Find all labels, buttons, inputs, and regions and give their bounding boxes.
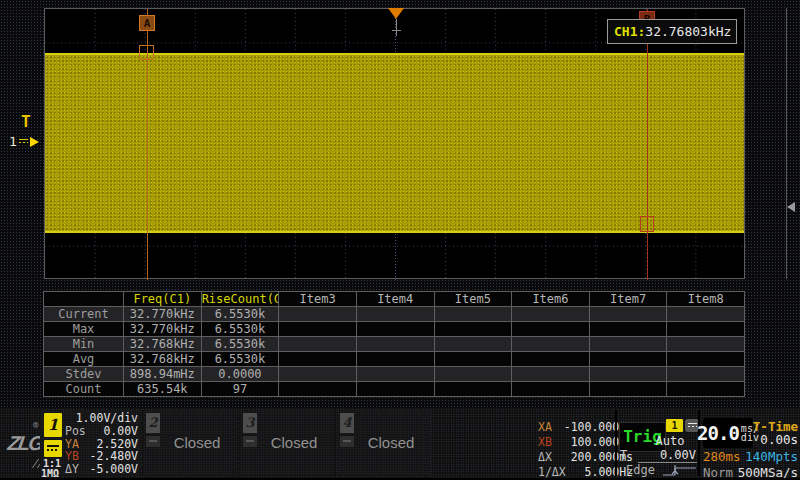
ch1-waveform-trace — [45, 53, 744, 233]
table-cell — [667, 322, 745, 337]
ch1-dy-label: ΔY — [65, 463, 79, 476]
table-cell — [279, 322, 357, 337]
right-slider-thumb-icon[interactable] — [787, 202, 795, 212]
header-item3[interactable]: Item3 — [279, 292, 357, 307]
table-row: Avg32.768kHz6.5530k — [44, 352, 745, 367]
header-risecount[interactable]: RiseCount(C1) — [201, 292, 279, 307]
table-cell — [434, 307, 512, 322]
trigger-type[interactable]: Edge — [626, 463, 655, 477]
channel-4-panel[interactable]: 4 Closed — [337, 410, 431, 476]
table-row-label: Count — [44, 382, 124, 397]
table-cell — [279, 367, 357, 382]
table-row-label: Avg — [44, 352, 124, 367]
table-cell: 6.5530k — [201, 322, 279, 337]
trigger-time-line — [396, 19, 397, 36]
table-cell — [434, 367, 512, 382]
table-cell — [667, 307, 745, 322]
trigger-level-label: T — [620, 448, 627, 462]
table-cell: 6.5530k — [201, 352, 279, 367]
table-cell — [356, 322, 434, 337]
trigger-level-value[interactable]: 0.00V — [638, 448, 696, 462]
table-cell — [667, 352, 745, 367]
table-row-label: Max — [44, 322, 124, 337]
trigger-source-badge[interactable]: 1 — [666, 419, 683, 432]
trigger-position-icon[interactable] — [388, 8, 404, 19]
ch1-badge[interactable]: 1 — [44, 413, 62, 437]
ch4-status: Closed — [337, 434, 431, 451]
edge-rising-icon — [662, 464, 697, 477]
header-item5[interactable]: Item5 — [434, 292, 512, 307]
channel-2-panel[interactable]: 2 Closed — [143, 410, 237, 476]
freq-counter-channel: CH1: — [614, 24, 645, 39]
header-item4[interactable]: Item4 — [356, 292, 434, 307]
table-cell: 32.768kHz — [124, 337, 202, 352]
table-cell: 898.94mHz — [124, 367, 202, 382]
xb-label: XB — [538, 435, 552, 450]
header-item8[interactable]: Item8 — [667, 292, 745, 307]
table-cell: 32.770kHz — [124, 307, 202, 322]
table-cell — [512, 352, 590, 367]
table-cell — [279, 337, 357, 352]
table-row-label: Min — [44, 337, 124, 352]
cursor-a-handle[interactable]: A — [139, 15, 155, 31]
brand-logo: ZLG — [6, 432, 43, 455]
table-cell — [356, 352, 434, 367]
ch2-badge: 2 — [146, 413, 160, 433]
table-cell: 635.54k — [124, 382, 202, 397]
measurement-table-body: Current32.770kHz6.5530kMax32.770kHz6.553… — [44, 307, 745, 397]
ch1-level-arrow-icon — [30, 137, 39, 147]
table-row: Min32.768kHz6.5530k — [44, 337, 745, 352]
table-cell: 0.0000 — [201, 367, 279, 382]
table-row: Max32.770kHz6.5530k — [44, 322, 745, 337]
t-time-value: 0.00s — [752, 432, 798, 447]
timebase-scale: 20.0 — [697, 422, 739, 444]
cursor-b-track-marker — [640, 216, 654, 232]
cursor-b-line[interactable] — [647, 9, 648, 280]
header-blank — [44, 292, 124, 307]
trigger-time-tick — [392, 30, 401, 31]
trigger-mode[interactable]: Auto — [645, 434, 695, 448]
table-cell — [279, 307, 357, 322]
cursor-a-track-marker — [139, 45, 154, 60]
waveform-display[interactable]: A B — [44, 8, 745, 279]
table-cell — [667, 337, 745, 352]
table-row: Current32.770kHz6.5530k — [44, 307, 745, 322]
ch1-marker-number: 1 — [9, 134, 17, 149]
table-row-label: Current — [44, 307, 124, 322]
table-cell — [512, 382, 590, 397]
header-item6[interactable]: Item6 — [512, 292, 590, 307]
header-item7[interactable]: Item7 — [589, 292, 667, 307]
table-cell — [589, 367, 667, 382]
xa-label: XA — [538, 420, 552, 435]
header-freq[interactable]: Freq(C1) — [124, 292, 202, 307]
table-cell — [279, 382, 357, 397]
table-cell — [434, 337, 512, 352]
table-cell — [434, 382, 512, 397]
table-cell — [589, 382, 667, 397]
right-slider-track[interactable] — [786, 8, 787, 279]
measurement-table: Freq(C1) RiseCount(C1) Item3 Item4 Item5… — [43, 291, 745, 397]
ch1-pos-label: Pos — [65, 425, 86, 438]
ch2-status: Closed — [143, 434, 237, 451]
table-cell — [512, 322, 590, 337]
ch1-dy-value: -5.000V — [90, 463, 138, 476]
table-cell — [589, 352, 667, 367]
status-bar: ZLG ® 1 1:1 1MΩ 1.00V/div Pos0.00V YA2.5… — [0, 408, 800, 478]
timebase-scale-box[interactable]: 20.0 ms/div — [703, 418, 753, 448]
frequency-counter-box: CH1: 32.76803kHz — [607, 19, 737, 44]
memory-depth: 140Mpts — [737, 449, 798, 464]
table-cell — [434, 322, 512, 337]
registered-mark: ® — [33, 420, 38, 430]
table-cell — [512, 367, 590, 382]
table-cell — [356, 337, 434, 352]
ch1-pos-value: 0.00V — [103, 425, 138, 438]
separator — [615, 410, 617, 476]
table-cell — [279, 352, 357, 367]
dc-coupling-icon — [19, 139, 28, 145]
trigger-level-marker[interactable]: T — [21, 112, 31, 131]
channel-1-panel[interactable]: 1 1:1 1MΩ 1.00V/div Pos0.00V YA2.520V YB… — [40, 410, 141, 476]
channel-3-panel[interactable]: 3 Closed — [240, 410, 334, 476]
ch1-coupling-dc-icon[interactable] — [44, 440, 62, 457]
ch1-ground-marker[interactable]: 1 — [9, 134, 39, 149]
ch4-badge: 4 — [340, 413, 354, 433]
